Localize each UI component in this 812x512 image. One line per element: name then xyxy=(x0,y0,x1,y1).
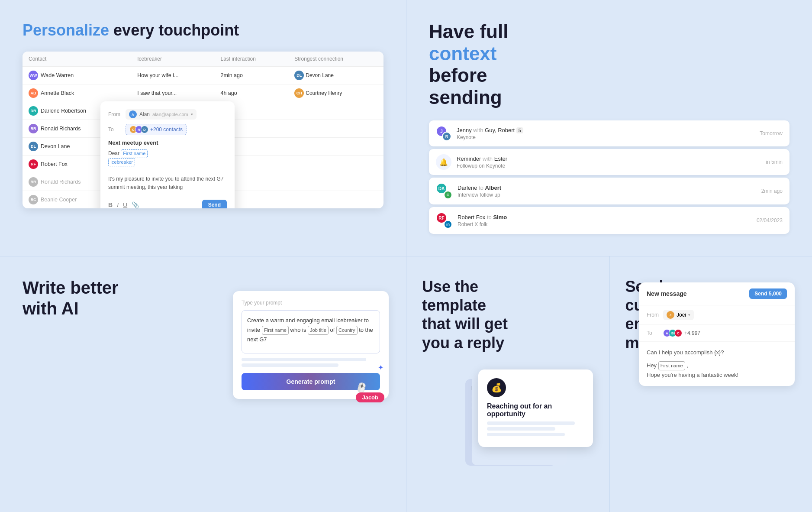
bold-icon[interactable]: B xyxy=(108,201,113,208)
firstname-tag: First name xyxy=(121,149,148,158)
to-contacts-badge: C R D +200 contacts xyxy=(126,124,187,135)
compose-subject: Next meetup event xyxy=(108,139,227,146)
compose-body: Dear First name Icebreaker It's my pleas… xyxy=(108,149,227,191)
table-row: WWWade Warren How your wife i... 2min ag… xyxy=(23,67,383,84)
cell-context: Have full context before sending J R Jen… xyxy=(406,0,812,256)
notif-item: DA G Darlene to Albert Interview follow … xyxy=(429,178,789,204)
template-card-title: Reaching out for an opportunity xyxy=(487,402,584,418)
notif-item: J R Jenny with Guy, Robert 5 Keynote Tom… xyxy=(429,120,789,146)
msg-body: Can I help you accomplish {x}? Hey First… xyxy=(639,342,795,386)
formatting-icons: B I U 📎 xyxy=(108,201,139,208)
underline-icon[interactable]: U xyxy=(123,201,127,208)
msg-to-label: To xyxy=(647,330,660,336)
col-connection: Strongest connection xyxy=(288,52,383,67)
firstname-prompt-tag: First name xyxy=(262,326,289,335)
prompt-lines xyxy=(242,358,380,367)
italic-icon[interactable]: I xyxy=(117,201,119,208)
from-info: A Alan alan@apple.com ▾ xyxy=(126,109,197,120)
prompt-label: Type your prompt xyxy=(242,300,380,306)
ai-prompt-box: Type your prompt Create a warm and engag… xyxy=(233,291,389,399)
table-row: ABAnnette Black I saw that your... 4h ag… xyxy=(23,84,383,102)
new-message-box: New message Send 5,000 From J Joei ▾ To xyxy=(639,282,795,386)
jacob-badge: Jacob xyxy=(356,392,384,402)
cell-template: Use the template that will get you a rep… xyxy=(406,256,609,512)
jobtitle-prompt-tag: Job title xyxy=(308,326,329,335)
col-contact: Contact xyxy=(23,52,131,67)
chevron-down-icon: ▾ xyxy=(191,112,193,117)
cell1-title: Personalize every touchpoint xyxy=(23,21,383,39)
cell-mass-email: Send customized emails en masse New mess… xyxy=(609,256,812,512)
cell-bottom-right: Use the template that will get you a rep… xyxy=(406,256,812,512)
template-card-front: 💰 Reaching out for an opportunity xyxy=(478,369,593,447)
notif-content: Reminder with Ester Followup on Keynote xyxy=(457,156,760,169)
msg-from-field: From J Joei ▾ xyxy=(639,305,795,325)
firstname-msg-tag: First name xyxy=(658,361,685,370)
msg-from-badge: J Joei ▾ xyxy=(663,310,694,320)
cell-ai: Write better with AI Type your prompt Cr… xyxy=(0,256,406,512)
robert-simo-avatar: RF in xyxy=(436,212,452,229)
msg-title: New message xyxy=(647,290,687,297)
msg-header: New message Send 5,000 xyxy=(639,282,795,305)
col-icebreaker: Icebreaker xyxy=(131,52,214,67)
notifications-list: J R Jenny with Guy, Robert 5 Keynote Tom… xyxy=(429,120,789,234)
template-card-icon: 💰 xyxy=(487,378,506,397)
msg-to-field: To A B C +4,997 xyxy=(639,325,795,342)
attach-icon[interactable]: 📎 xyxy=(132,201,139,208)
compose-from-field: From A Alan alan@apple.com ▾ xyxy=(108,109,227,120)
bell-icon: 🔔 xyxy=(436,154,451,170)
icebreaker-tag: Icebreaker xyxy=(108,158,135,167)
notif-content: Darlene to Albert Interview follow up xyxy=(458,185,756,198)
compose-toolbar: B I U 📎 Send xyxy=(108,196,227,208)
compose-to-field: To C R D +200 contacts xyxy=(108,124,227,135)
template-title: Use the template that will get you a rep… xyxy=(422,277,594,352)
notif-item: RF in Robert Fox to Simo Robert X folk 0… xyxy=(429,207,789,234)
contacts-table-wrapper: Contact Icebreaker Last interaction Stro… xyxy=(23,52,383,208)
send-count-button[interactable]: Send 5,000 xyxy=(749,288,787,299)
darlene-albert-avatar: DA G xyxy=(436,183,452,199)
email-compose-popup: From A Alan alan@apple.com ▾ To C R xyxy=(100,101,235,208)
col-last: Last interaction xyxy=(214,52,288,67)
from-avatar: A xyxy=(129,110,137,118)
cell2-highlight: context xyxy=(429,43,496,64)
prompt-textarea[interactable]: Create a warm and engaging email icebrea… xyxy=(242,310,380,353)
sparkle-icon: ✦ xyxy=(378,363,383,372)
cell-personalize: Personalize every touchpoint Contact Ice… xyxy=(0,0,406,256)
msg-to-group: A B C +4,997 xyxy=(663,329,700,337)
country-prompt-tag: Country xyxy=(336,326,358,335)
multi-avatar: J R xyxy=(436,126,451,141)
notif-item: 🔔 Reminder with Ester Followup on Keynot… xyxy=(429,149,789,175)
send-button[interactable]: Send xyxy=(202,200,227,208)
cell1-title-highlight: Personalize xyxy=(23,21,109,39)
template-cards-stack: Ev Re 💰 xyxy=(478,369,604,478)
cell2-title: Have full context before sending xyxy=(429,21,789,108)
notif-content: Robert Fox to Simo Robert X folk xyxy=(458,214,751,227)
chevron-down-icon: ▾ xyxy=(688,313,690,317)
notif-content: Jenny with Guy, Robert 5 Keynote xyxy=(457,127,754,140)
